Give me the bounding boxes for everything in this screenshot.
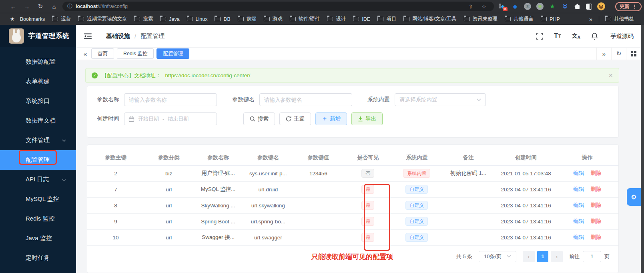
notification-bell-icon[interactable] [591, 32, 598, 40]
bookmark-folder[interactable]: 其他语言 [501, 16, 537, 22]
font-size-icon[interactable]: TT [554, 32, 561, 40]
bookmark-folder[interactable]: 游戏 [260, 16, 286, 22]
edit-link[interactable]: 编辑 [573, 202, 584, 208]
sidebar-item[interactable]: Java 监控 [0, 229, 76, 248]
bookmark-folder[interactable]: 设计 [323, 16, 349, 22]
extension-command-icon[interactable]: ⌘ [524, 3, 531, 10]
search-button[interactable]: 搜索 [243, 112, 275, 125]
profile-avatar[interactable] [597, 2, 605, 10]
tab[interactable]: Redis 监控 [117, 48, 154, 59]
bookmark-folder[interactable]: Java [156, 16, 183, 22]
param-key-input[interactable] [259, 93, 352, 106]
page-size-select[interactable]: 10条/页 [479, 251, 516, 262]
sidebar-item[interactable]: 表单构建 [0, 72, 76, 91]
bookmarks-overflow-icon[interactable]: » [585, 16, 596, 22]
add-button[interactable]: ＋ 新增 [315, 112, 347, 125]
settings-fab[interactable]: ⚙ [627, 188, 641, 206]
scrollbar-strip[interactable] [641, 25, 644, 273]
bookmark-folder[interactable]: 资讯未整理 [460, 16, 502, 22]
delete-link[interactable]: 删除 [590, 234, 601, 240]
export-button[interactable]: 导出 [351, 112, 383, 125]
update-button[interactable]: 更新 ⋮ [615, 2, 642, 11]
banner-link[interactable]: https://doc.iocoder.cn/config-center/ [165, 72, 251, 78]
bookmark-folder[interactable]: 软件/硬件 [286, 16, 323, 22]
sidebar-item[interactable]: API 日志 [0, 170, 76, 189]
sidebar-item[interactable]: Redis 监控 [0, 209, 76, 229]
extension-gem-icon[interactable]: ◆ [512, 3, 519, 10]
bookmark-folder[interactable]: 网站/博客/文章/工具 [400, 16, 460, 22]
sidebar-item[interactable]: MySQL 监控 [0, 189, 76, 209]
builtin-tag: 自定义 [405, 217, 428, 226]
builtin-select[interactable]: 请选择系统内置 [395, 93, 486, 106]
sidebar-item[interactable]: 定时任务 [0, 248, 76, 268]
other-bookmarks[interactable]: 其他书签 [602, 16, 638, 22]
delete-link[interactable]: 删除 [590, 186, 601, 192]
forward-icon[interactable]: → [20, 3, 34, 10]
address-bar[interactable]: ⓘ localhost/#/infra/config ⇧ ☆ [62, 2, 494, 11]
breadcrumb-root[interactable]: 基础设施 [106, 32, 130, 40]
bookmark-folder[interactable]: IDE [349, 16, 374, 22]
bookmark-folder[interactable]: 运营 [48, 16, 74, 22]
refresh-icon[interactable]: ↻ [611, 48, 626, 60]
home-icon[interactable]: ⌂ [47, 3, 61, 10]
bookmark-folder[interactable]: 搜索 [130, 16, 156, 22]
prev-page-button[interactable]: ‹ [523, 251, 535, 262]
bookmarks-manager[interactable]: ★ Bookmarks [6, 16, 48, 22]
share-icon[interactable]: ⇧ [465, 4, 475, 10]
tab[interactable]: 首页 [91, 48, 114, 59]
cell-name: MySQL 监控... [193, 181, 243, 197]
bookmark-folder[interactable]: 项目 [374, 16, 400, 22]
cell-key: url.druid [243, 181, 293, 197]
username[interactable]: 芋道源码 [610, 32, 634, 40]
layout-grid-icon[interactable] [626, 48, 641, 60]
edit-link[interactable]: 编辑 [573, 170, 584, 176]
site-info-icon[interactable]: ⓘ [67, 3, 72, 10]
bookmark-folder[interactable]: PHP [537, 16, 564, 22]
delete-link[interactable]: 删除 [590, 202, 601, 208]
split-view-icon[interactable] [586, 4, 592, 10]
folder-icon [327, 17, 333, 21]
table-row: 2biz用户管理-账...sys.user.init-p...123456否系统… [87, 165, 618, 181]
tabs-scroll-right-icon[interactable]: » [596, 48, 611, 60]
sidebar-item[interactable]: 数据源配置 [0, 52, 76, 72]
fullscreen-icon[interactable] [536, 33, 543, 40]
edit-link[interactable]: 编辑 [573, 218, 584, 224]
next-page-button[interactable]: › [551, 251, 563, 262]
extension-grid-icon[interactable]: ◆ 11 [499, 3, 506, 10]
back-icon[interactable]: ← [6, 3, 20, 10]
bookmark-star-icon[interactable]: ☆ [479, 4, 489, 10]
reset-button[interactable]: 重置 [279, 112, 311, 125]
sidebar-item[interactable]: 文件管理 [0, 130, 76, 150]
delete-link[interactable]: 删除 [590, 218, 601, 224]
sidebar-item[interactable]: 数据库文档 [0, 111, 76, 130]
language-icon[interactable]: 文A [572, 32, 580, 40]
cell-created: 2021-01-05 17:03:48 [496, 165, 556, 181]
bookmark-folder[interactable]: 前端 [234, 16, 260, 22]
extensions-puzzle-icon[interactable] [574, 3, 581, 10]
update-label: 更新 [620, 3, 630, 10]
collapse-menu-icon[interactable] [84, 33, 92, 39]
reload-icon[interactable]: ↻ [34, 3, 47, 10]
browser-menu-icon[interactable]: ⋮ [632, 4, 637, 10]
delete-link[interactable]: 删除 [590, 170, 601, 176]
bookmark-folder[interactable]: DB [211, 16, 234, 22]
param-name-input[interactable] [124, 93, 217, 106]
cell-key: url.skywalking [243, 197, 293, 213]
goto-page-input[interactable] [583, 251, 601, 262]
extension-dot-icon[interactable] [536, 3, 544, 10]
sidebar-item[interactable]: 系统接口 [0, 91, 76, 111]
extension-chevrons-icon[interactable] [561, 3, 568, 10]
tabs-scroll-left-icon[interactable]: « [79, 50, 91, 57]
extension-star-icon[interactable]: ★ [549, 3, 556, 10]
close-icon[interactable]: × [609, 72, 613, 80]
other-bookmarks-label: 其他书签 [614, 16, 634, 22]
bookmark-folder[interactable]: Linux [183, 16, 211, 22]
sidebar-item-label: 配置管理 [26, 156, 50, 164]
edit-link[interactable]: 编辑 [573, 234, 584, 240]
current-page-button[interactable]: 1 [537, 251, 548, 262]
tab[interactable]: 配置管理 [156, 48, 189, 59]
bookmark-folder[interactable]: 近期需要读的文章 [74, 16, 130, 22]
date-range-picker[interactable]: 开始日期 - 结束日期 [124, 112, 217, 125]
edit-link[interactable]: 编辑 [573, 186, 584, 192]
sidebar-item[interactable]: 配置管理 [0, 150, 76, 170]
